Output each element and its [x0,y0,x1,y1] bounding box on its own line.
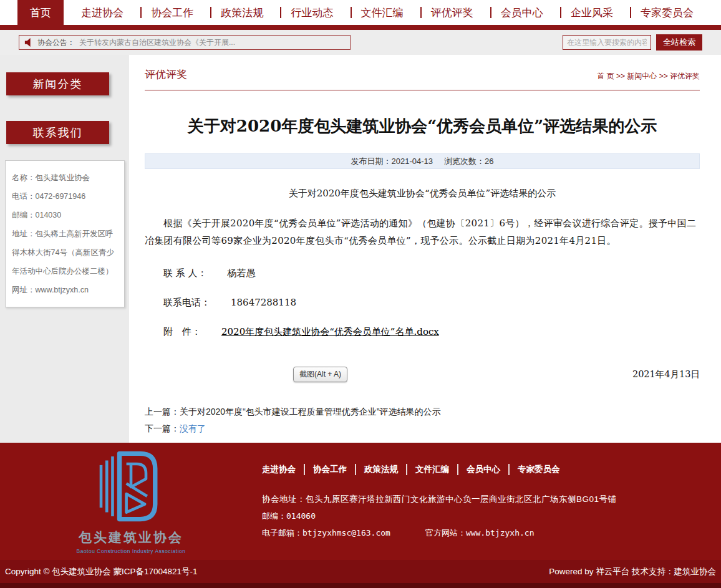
article-body: 关于对2020年度包头建筑业协会“优秀会员单位”评选结果的公示 根据《关于开展2… [145,188,700,382]
contact-website-line: 网址：www.btjzyxh.cn [12,281,118,299]
contact-phone-row: 联系电话：18647288118 [163,297,700,309]
contact-phone-label: 联系电话： [163,297,210,308]
attachment-label: 附 件： [163,326,201,337]
nav-item-home[interactable]: 首页 [17,0,64,25]
footer-logo-block: 包头建筑业协会 Baotou Construction Industry Ass… [0,443,262,560]
main-panel: 评优评奖 首 页 >> 新闻中心 >> 评优评奖 关于对2020年度包头建筑业协… [129,55,721,443]
breadcrumb[interactable]: 首 页 >> 新闻中心 >> 评优评奖 [597,71,700,82]
footer-postcode: 邮编：014060 [262,511,721,522]
announcement-label: 协会公告： [37,37,75,48]
association-logo-icon [96,449,166,526]
contact-phone-number: 18647288118 [231,297,296,308]
main-navigation: 首页 走进协会 协会工作 政策法规 行业动态 文件汇编 评优评奖 会员中心 企业… [0,0,721,25]
nav-item-expert-committee[interactable]: 专家委员会 [631,0,704,25]
publish-date: 发布日期：2021-04-13 [351,156,433,167]
article-body-heading: 关于对2020年度包头建筑业协会“优秀会员单位”评选结果的公示 [145,188,700,200]
contact-postcode-line: 邮编：014030 [12,206,118,224]
footer-logo-title: 包头建筑业协会 [79,529,183,546]
screenshot-button[interactable]: 截图(Alt + A) [293,367,347,382]
footer-email: 电子邮箱：btjzyxhmsc@163.com [262,528,390,539]
announcement-marquee[interactable]: 协会公告： 关于转发内蒙古自治区建筑业协会《关于开展... [19,35,351,50]
prev-article-link[interactable]: 关于对2020年度“包头市建设工程质量管理优秀企业”评选结果的公示 [180,407,440,417]
nav-item-about[interactable]: 走进协会 [71,0,133,25]
footer-website[interactable]: 官方网站：www.btjzyxh.cn [425,528,535,539]
nav-item-documents[interactable]: 文件汇编 [351,0,414,25]
announcement-bar: 协会公告： 关于转发内蒙古自治区建筑业协会《关于开展... 全站检索 [0,30,721,55]
footer-link-member-center[interactable]: 会员中心 [457,464,508,475]
prev-next-navigation: 上一篇：关于对2020年度“包头市建设工程质量管理优秀企业”评选结果的公示 下一… [145,403,700,437]
contact-phone-line: 电话：0472-6971946 [12,187,118,206]
nav-item-member-center[interactable]: 会员中心 [491,0,553,25]
page-footer: 包头建筑业协会 Baotou Construction Industry Ass… [0,443,721,560]
footer-link-association-work[interactable]: 协会工作 [304,464,355,475]
powered-by-text: Powered by 祥云平台 技术支持：建筑业协会 [549,566,716,577]
attachment-link[interactable]: 2020年度包头建筑业协会“优秀会员单位”名单.docx [221,326,439,337]
footer-contact-row: 电子邮箱：btjzyxhmsc@163.com 官方网站：www.btjzyxh… [262,528,721,539]
content-area: 新闻分类 联系我们 名称：包头建筑业协会 电话：0472-6971946 邮编：… [0,55,721,443]
nav-item-industry-news[interactable]: 行业动态 [281,0,343,25]
site-search: 全站检索 [563,34,702,51]
section-header: 评优评奖 首 页 >> 新闻中心 >> 评优评奖 [145,67,700,90]
contact-person-name: 杨若愚 [228,267,256,279]
nav-item-awards[interactable]: 评优评奖 [421,0,483,25]
signature-row: 截图(Alt + A) 2021年4月13日 [145,367,700,382]
nav-divider-strip [0,25,721,30]
nav-item-enterprise[interactable]: 企业风采 [561,0,623,25]
contact-person-line: 联 系 人：杨若愚 [163,267,700,279]
copyright-text: Copyright © 包头建筑业协会 蒙ICP备17004821号-1 [5,566,198,577]
contact-name-line: 名称：包头建筑业协会 [12,168,118,187]
next-article-link[interactable]: 没有了 [180,423,206,433]
speaker-icon [24,38,33,47]
footer-info: 走进协会 协会工作 政策法规 文件汇编 会员中心 专家委员会 协会地址：包头九原… [262,443,721,560]
nav-item-policies[interactable]: 政策法规 [211,0,273,25]
contact-address-line: 地址：包头稀土高新开发区呼得木林大街74号（高新区青少年活动中心后院办公楼二楼） [12,224,118,281]
article-paragraph: 根据《关于开展2020年度“优秀会员单位”评选活动的通知》（包建协〔2021〕6… [145,215,700,250]
prev-article-row: 上一篇：关于对2020年度“包头市建设工程质量管理优秀企业”评选结果的公示 [145,403,700,420]
sidebar: 新闻分类 联系我们 名称：包头建筑业协会 电话：0472-6971946 邮编：… [0,55,129,443]
signature-date: 2021年4月13日 [632,369,700,380]
contact-person-label: 联 系 人： [163,267,207,279]
sidebar-contact-us-button[interactable]: 联系我们 [6,121,109,144]
prev-article-label: 上一篇： [145,407,180,417]
article-title: 关于对2020年度包头建筑业协会“优秀会员单位”评选结果的公示 [145,115,700,137]
attachment-row: 附 件：2020年度包头建筑业协会“优秀会员单位”名单.docx [163,326,700,338]
announcement-text[interactable]: 关于转发内蒙古自治区建筑业协会《关于开展... [79,37,235,48]
nav-item-association-work[interactable]: 协会工作 [141,0,203,25]
footer-link-expert-committee[interactable]: 专家委员会 [508,464,568,475]
footer-logo-subtitle: Baotou Construction Industry Association [77,548,186,554]
next-article-label: 下一篇： [145,423,180,433]
search-button[interactable]: 全站检索 [656,34,702,51]
footer-link-about[interactable]: 走进协会 [262,464,304,475]
article-meta-bar: 发布日期：2021-04-13 浏览次数：26 [145,153,700,169]
footer-link-policies[interactable]: 政策法规 [355,464,406,475]
footer-address: 协会地址：包头九原区赛汗塔拉新西门文化旅游中心负一层商业街北区北广场东侧BG01… [262,494,721,505]
next-article-row: 下一篇：没有了 [145,420,700,437]
sidebar-news-category-button[interactable]: 新闻分类 [6,72,109,95]
footer-links: 走进协会 协会工作 政策法规 文件汇编 会员中心 专家委员会 [262,464,721,475]
section-title: 评优评奖 [145,67,187,82]
sidebar-contact-info-box: 名称：包头建筑业协会 电话：0472-6971946 邮编：014030 地址：… [5,160,125,307]
view-count: 浏览次数：26 [444,156,493,167]
copyright-bar: Copyright © 包头建筑业协会 蒙ICP备17004821号-1 Pow… [0,560,721,588]
search-input[interactable] [563,35,651,50]
footer-link-documents[interactable]: 文件汇编 [406,464,457,475]
